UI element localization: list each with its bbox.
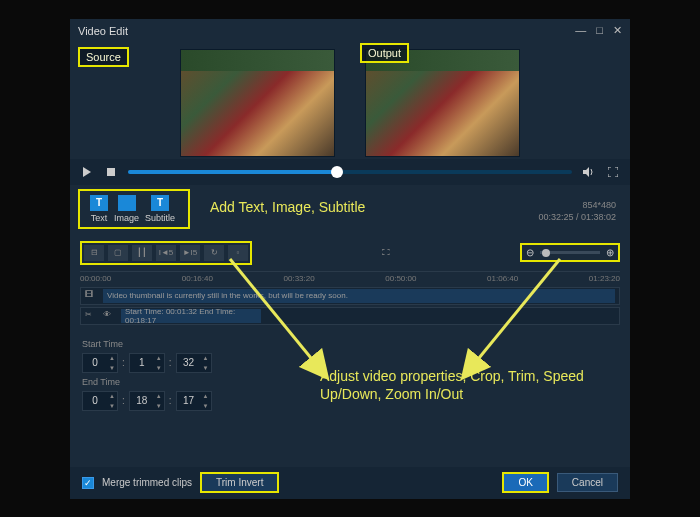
crop-tool[interactable]: ▢ [108,245,128,261]
window-title: Video Edit [78,25,128,37]
tab-image-label: Image [114,213,139,223]
tab-text-label: Text [91,213,108,223]
timeline: 00:00:00 00:16:40 00:33:20 00:50:00 01:0… [70,269,630,329]
time-mark: 00:33:20 [284,274,315,283]
preview-row [70,43,630,159]
image-icon [118,195,136,211]
eye-icon: 👁 [103,310,115,322]
tool-group-left: ⊟ ▢ ┃┃ I◄5 ►I5 ↻ ▫ [80,241,252,265]
merge-checkbox[interactable]: ✓ [82,477,94,489]
tab-image[interactable]: Image [114,195,139,223]
video-info: 854*480 00:32:25 / 01:38:02 [538,199,616,224]
end-sec-value: 17 [177,395,201,406]
spinner-up[interactable]: ▲ [154,353,164,363]
spinner-up[interactable]: ▲ [154,391,164,401]
zoom-knob[interactable] [542,249,550,257]
end-hour-spinner[interactable]: 0▲▼ [82,391,118,411]
tab-subtitle[interactable]: T Subtitle [145,195,175,223]
spinner-up[interactable]: ▲ [107,391,117,401]
spinner-down[interactable]: ▼ [201,401,211,411]
progress-knob[interactable] [331,166,343,178]
fullscreen-icon[interactable] [606,165,620,179]
start-hour-value: 0 [83,357,107,368]
rotate-tool[interactable]: ↻ [204,245,224,261]
titlebar: Video Edit — □ ✕ [70,19,630,43]
text-icon: T [90,195,108,211]
output-label: Output [360,43,409,63]
merge-label: Merge trimmed clips [102,477,192,488]
spinner-down[interactable]: ▼ [107,401,117,411]
minimize-button[interactable]: — [575,24,586,37]
thumbnail-message: Video thumbnail is currently still in th… [103,289,615,303]
split-tool[interactable]: ⊟ [84,245,104,261]
time-mark: 00:16:40 [182,274,213,283]
colon: : [122,357,125,368]
playback-controls [70,159,630,185]
trim-invert-button[interactable]: Trim Invert [200,472,279,493]
time-marks: 00:00:00 00:16:40 00:33:20 00:50:00 01:0… [80,271,620,285]
film-icon: 🎞 [85,290,97,302]
time-display: 00:32:25 / 01:38:02 [538,211,616,224]
end-min-spinner[interactable]: 18▲▼ [129,391,165,411]
time-mark: 01:06:40 [487,274,518,283]
start-time-label: Start Time [82,339,618,349]
window-buttons: — □ ✕ [575,24,622,37]
cancel-button[interactable]: Cancel [557,473,618,492]
time-mark: 00:50:00 [385,274,416,283]
svg-marker-2 [583,167,589,177]
subtitle-icon: T [151,195,169,211]
end-hour-value: 0 [83,395,107,406]
zoom-slider[interactable] [540,251,600,254]
close-button[interactable]: ✕ [613,24,622,37]
zoom-out-icon[interactable]: ⊖ [526,247,534,258]
speed-down-tool[interactable]: I◄5 [156,245,176,261]
ok-button[interactable]: OK [502,472,548,493]
delete-tool[interactable]: ▫ [228,245,248,261]
stop-button[interactable] [104,165,118,179]
start-sec-value: 32 [177,357,201,368]
spinner-up[interactable]: ▲ [107,353,117,363]
start-min-spinner[interactable]: 1▲▼ [129,353,165,373]
segment-info: Start Time: 00:01:32 End Time: 00:18:17 [121,309,261,323]
tab-subtitle-label: Subtitle [145,213,175,223]
spinner-up[interactable]: ▲ [201,353,211,363]
video-track[interactable]: 🎞 Video thumbnail is currently still in … [80,287,620,305]
time-mark: 01:23:20 [589,274,620,283]
spinner-down[interactable]: ▼ [201,363,211,373]
zoom-in-icon[interactable]: ⊕ [606,247,614,258]
main-annotation: Adjust video properties, Crop, Trim, Spe… [320,367,600,403]
colon: : [169,357,172,368]
source-label: Source [78,47,129,67]
start-hour-spinner[interactable]: 0▲▼ [82,353,118,373]
spinner-down[interactable]: ▼ [154,401,164,411]
end-sec-spinner[interactable]: 17▲▼ [176,391,212,411]
tab-text[interactable]: T Text [90,195,108,223]
segment-track[interactable]: ✂ 👁 Start Time: 00:01:32 End Time: 00:18… [80,307,620,325]
time-mark: 00:00:00 [80,274,111,283]
trim-tool[interactable]: ┃┃ [132,245,152,261]
fit-icon[interactable]: ⛶ [376,245,396,261]
spinner-down[interactable]: ▼ [154,363,164,373]
footer: ✓ Merge trimmed clips Trim Invert OK Can… [70,467,630,499]
colon: : [122,395,125,406]
video-edit-window: Video Edit — □ ✕ Source Output T Text [70,19,630,499]
zoom-group: ⊖ ⊕ [520,243,620,262]
source-preview [180,49,335,157]
scissors-icon: ✂ [85,310,97,322]
edit-toolbar: ⊟ ▢ ┃┃ I◄5 ►I5 ↻ ▫ ⛶ ⊖ ⊕ [70,237,630,269]
start-min-value: 1 [130,357,154,368]
progress-fill [128,170,337,174]
start-sec-spinner[interactable]: 32▲▼ [176,353,212,373]
resolution-text: 854*480 [538,199,616,212]
spinner-down[interactable]: ▼ [107,363,117,373]
svg-marker-0 [83,167,91,177]
volume-icon[interactable] [582,165,596,179]
spinner-up[interactable]: ▲ [201,391,211,401]
maximize-button[interactable]: □ [596,24,603,37]
speed-up-tool[interactable]: ►I5 [180,245,200,261]
insert-tabs: T Text Image T Subtitle [78,189,190,229]
end-min-value: 18 [130,395,154,406]
progress-bar[interactable] [128,170,572,174]
colon: : [169,395,172,406]
play-button[interactable] [80,165,94,179]
